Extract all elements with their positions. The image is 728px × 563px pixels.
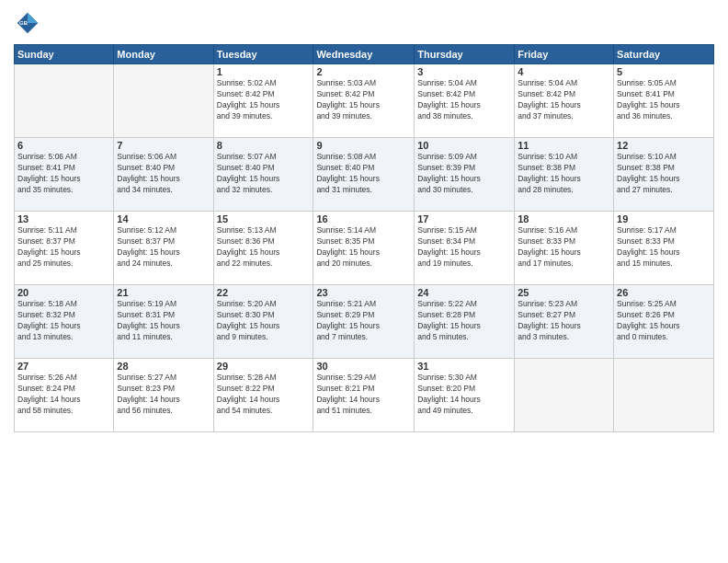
calendar-header-sunday: Sunday [15,45,114,64]
calendar-day-cell: 24Sunrise: 5:22 AM Sunset: 8:28 PM Dayli… [415,285,515,359]
day-info: Sunrise: 5:13 AM Sunset: 8:36 PM Dayligh… [217,225,311,270]
day-info: Sunrise: 5:15 AM Sunset: 8:34 PM Dayligh… [417,225,511,270]
calendar-header-row: SundayMondayTuesdayWednesdayThursdayFrid… [15,45,714,64]
day-info: Sunrise: 5:12 AM Sunset: 8:37 PM Dayligh… [117,225,210,270]
calendar-day-cell: 20Sunrise: 5:18 AM Sunset: 8:32 PM Dayli… [15,285,114,359]
calendar-day-cell [515,359,614,432]
calendar-day-cell: 7Sunrise: 5:06 AM Sunset: 8:40 PM Daylig… [114,138,213,212]
calendar-week-row: 27Sunrise: 5:26 AM Sunset: 8:24 PM Dayli… [15,359,714,432]
logo-icon: GB [14,9,41,37]
day-info: Sunrise: 5:10 AM Sunset: 8:38 PM Dayligh… [518,152,610,196]
calendar-day-cell: 31Sunrise: 5:30 AM Sunset: 8:20 PM Dayli… [415,359,515,432]
calendar-header-tuesday: Tuesday [213,45,313,64]
calendar-day-cell: 22Sunrise: 5:20 AM Sunset: 8:30 PM Dayli… [213,285,313,359]
day-info: Sunrise: 5:07 AM Sunset: 8:40 PM Dayligh… [217,152,311,196]
day-number: 25 [518,287,610,298]
day-number: 22 [217,287,311,298]
calendar-day-cell: 5Sunrise: 5:05 AM Sunset: 8:41 PM Daylig… [614,64,714,138]
day-number: 29 [217,361,311,372]
calendar-day-cell: 30Sunrise: 5:29 AM Sunset: 8:21 PM Dayli… [313,359,415,432]
day-info: Sunrise: 5:05 AM Sunset: 8:41 PM Dayligh… [617,78,711,122]
calendar-day-cell: 26Sunrise: 5:25 AM Sunset: 8:26 PM Dayli… [614,285,714,359]
calendar-day-cell: 2Sunrise: 5:03 AM Sunset: 8:42 PM Daylig… [313,64,415,138]
day-number: 9 [316,140,411,151]
day-number: 28 [117,361,210,372]
day-info: Sunrise: 5:21 AM Sunset: 8:29 PM Dayligh… [316,299,411,343]
svg-marker-1 [28,13,38,23]
calendar-day-cell: 18Sunrise: 5:16 AM Sunset: 8:33 PM Dayli… [515,212,614,285]
day-info: Sunrise: 5:30 AM Sunset: 8:20 PM Dayligh… [417,373,511,417]
day-number: 12 [617,140,711,151]
day-info: Sunrise: 5:28 AM Sunset: 8:22 PM Dayligh… [217,373,311,417]
day-info: Sunrise: 5:20 AM Sunset: 8:30 PM Dayligh… [217,299,311,343]
day-info: Sunrise: 5:23 AM Sunset: 8:27 PM Dayligh… [518,299,610,343]
calendar-day-cell [614,359,714,432]
day-info: Sunrise: 5:16 AM Sunset: 8:33 PM Dayligh… [518,225,610,270]
day-info: Sunrise: 5:04 AM Sunset: 8:42 PM Dayligh… [417,78,511,122]
calendar-header-monday: Monday [114,45,213,64]
day-number: 4 [518,66,610,77]
day-number: 27 [17,361,110,372]
day-number: 19 [617,213,711,224]
day-number: 3 [417,66,511,77]
calendar-day-cell: 29Sunrise: 5:28 AM Sunset: 8:22 PM Dayli… [213,359,313,432]
calendar-day-cell: 17Sunrise: 5:15 AM Sunset: 8:34 PM Dayli… [415,212,515,285]
calendar-day-cell: 3Sunrise: 5:04 AM Sunset: 8:42 PM Daylig… [415,64,515,138]
calendar-day-cell [15,64,114,138]
calendar-week-row: 1Sunrise: 5:02 AM Sunset: 8:42 PM Daylig… [15,64,714,138]
day-number: 31 [417,361,511,372]
calendar-week-row: 20Sunrise: 5:18 AM Sunset: 8:32 PM Dayli… [15,285,714,359]
calendar-day-cell: 6Sunrise: 5:06 AM Sunset: 8:41 PM Daylig… [15,138,114,212]
day-number: 21 [117,287,210,298]
calendar-day-cell: 19Sunrise: 5:17 AM Sunset: 8:33 PM Dayli… [614,212,714,285]
day-info: Sunrise: 5:09 AM Sunset: 8:39 PM Dayligh… [417,152,511,196]
svg-text:GB: GB [19,20,28,26]
day-number: 16 [316,213,411,224]
day-number: 5 [617,66,711,77]
calendar-day-cell: 14Sunrise: 5:12 AM Sunset: 8:37 PM Dayli… [114,212,213,285]
calendar-day-cell: 28Sunrise: 5:27 AM Sunset: 8:23 PM Dayli… [114,359,213,432]
day-info: Sunrise: 5:22 AM Sunset: 8:28 PM Dayligh… [417,299,511,343]
day-number: 26 [617,287,711,298]
day-info: Sunrise: 5:10 AM Sunset: 8:38 PM Dayligh… [617,152,711,196]
calendar-day-cell: 12Sunrise: 5:10 AM Sunset: 8:38 PM Dayli… [614,138,714,212]
day-info: Sunrise: 5:25 AM Sunset: 8:26 PM Dayligh… [617,299,711,343]
calendar-header-wednesday: Wednesday [313,45,415,64]
header: GB [14,9,714,37]
day-info: Sunrise: 5:26 AM Sunset: 8:24 PM Dayligh… [17,373,110,417]
calendar-header-thursday: Thursday [415,45,515,64]
day-number: 11 [518,140,610,151]
day-number: 1 [217,66,311,77]
day-number: 17 [417,213,511,224]
calendar-day-cell: 1Sunrise: 5:02 AM Sunset: 8:42 PM Daylig… [213,64,313,138]
day-number: 10 [417,140,511,151]
calendar-day-cell: 16Sunrise: 5:14 AM Sunset: 8:35 PM Dayli… [313,212,415,285]
calendar-day-cell: 4Sunrise: 5:04 AM Sunset: 8:42 PM Daylig… [515,64,614,138]
day-number: 23 [316,287,411,298]
day-number: 24 [417,287,511,298]
day-info: Sunrise: 5:17 AM Sunset: 8:33 PM Dayligh… [617,225,711,270]
calendar-day-cell: 9Sunrise: 5:08 AM Sunset: 8:40 PM Daylig… [313,138,415,212]
day-number: 6 [17,140,110,151]
day-number: 14 [117,213,210,224]
day-number: 13 [17,213,110,224]
calendar-week-row: 6Sunrise: 5:06 AM Sunset: 8:41 PM Daylig… [15,138,714,212]
day-number: 2 [316,66,411,77]
day-info: Sunrise: 5:02 AM Sunset: 8:42 PM Dayligh… [217,78,311,122]
day-info: Sunrise: 5:19 AM Sunset: 8:31 PM Dayligh… [117,299,210,343]
day-info: Sunrise: 5:11 AM Sunset: 8:37 PM Dayligh… [17,225,110,270]
calendar-day-cell [114,64,213,138]
page: GB SundayMondayTuesdayWednesdayThursdayF… [0,0,728,563]
calendar-day-cell: 10Sunrise: 5:09 AM Sunset: 8:39 PM Dayli… [415,138,515,212]
calendar-day-cell: 27Sunrise: 5:26 AM Sunset: 8:24 PM Dayli… [15,359,114,432]
calendar-day-cell: 8Sunrise: 5:07 AM Sunset: 8:40 PM Daylig… [213,138,313,212]
day-number: 30 [316,361,411,372]
day-number: 15 [217,213,311,224]
day-number: 20 [17,287,110,298]
calendar-week-row: 13Sunrise: 5:11 AM Sunset: 8:37 PM Dayli… [15,212,714,285]
calendar-day-cell: 23Sunrise: 5:21 AM Sunset: 8:29 PM Dayli… [313,285,415,359]
day-info: Sunrise: 5:29 AM Sunset: 8:21 PM Dayligh… [316,373,411,417]
day-info: Sunrise: 5:04 AM Sunset: 8:42 PM Dayligh… [518,78,610,122]
day-info: Sunrise: 5:06 AM Sunset: 8:41 PM Dayligh… [17,152,110,196]
day-number: 18 [518,213,610,224]
